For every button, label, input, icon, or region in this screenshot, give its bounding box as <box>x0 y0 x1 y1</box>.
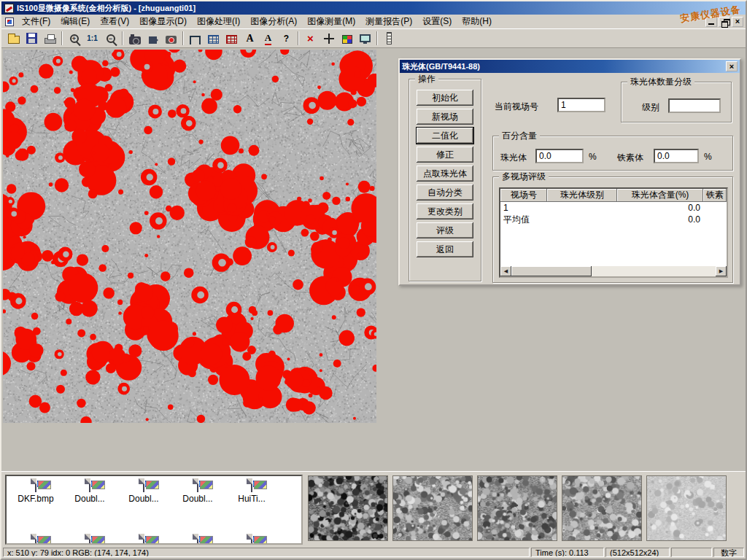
restore-icon[interactable] <box>719 17 730 27</box>
close-icon[interactable]: × <box>732 17 743 27</box>
file-item-partial[interactable]: BMP <box>171 534 224 545</box>
cell-level <box>547 202 617 214</box>
file-item-doubl-1[interactable]: BMP Doubl... <box>63 479 116 504</box>
file-item-doubl-3[interactable]: BMP Doubl... <box>171 479 224 504</box>
menu-file[interactable]: 文件(F) <box>17 14 55 29</box>
grading-group: 珠光体数量分级 级别 <box>621 82 732 122</box>
menu-help[interactable]: 帮助(H) <box>457 14 497 29</box>
current-field-label: 当前视场号 <box>495 101 538 113</box>
menu-image-display[interactable]: 图像显示(D) <box>134 14 192 29</box>
monitor-button[interactable] <box>356 30 374 47</box>
binarize-button[interactable]: 二值化 <box>417 128 473 144</box>
current-field-input[interactable] <box>557 98 605 112</box>
change-class-button[interactable]: 更改类别 <box>417 203 473 219</box>
actual-size-button[interactable]: 1:1 <box>83 30 101 47</box>
ruler-icon <box>387 32 392 44</box>
menu-report[interactable]: 测量报告(P) <box>360 14 417 29</box>
pick-pearlite-button[interactable]: 点取珠光体 <box>417 166 473 182</box>
file-item-partial[interactable]: BMP <box>63 534 116 545</box>
grading-group-label: 珠光体数量分级 <box>627 77 694 87</box>
operation-group: 操作 初始化 新视场 二值化 修正 点取珠光体 自动分类 更改类别 评级 返回 <box>409 79 481 281</box>
scrollbar-track[interactable] <box>592 266 716 276</box>
file-item-dkf[interactable]: BMP DKF.bmp <box>9 479 62 504</box>
minimize-icon[interactable] <box>705 17 717 27</box>
file-item-huiti[interactable]: BMP HuiTi... <box>225 479 278 504</box>
palette-button[interactable] <box>338 30 356 47</box>
scroll-left-icon[interactable]: ◀ <box>500 266 511 276</box>
menu-image-process[interactable]: 图像处理(I) <box>192 14 245 29</box>
text-tool-button[interactable]: A <box>241 30 259 47</box>
toolbar-separator <box>61 31 63 45</box>
status-bar: x: 510 y: 79 idx: 0 RGB: (174, 174, 174)… <box>1 547 746 559</box>
ferrite-label: 铁素体 <box>617 152 643 164</box>
file-item-partial[interactable]: BMP <box>225 534 278 545</box>
delete-icon: × <box>307 32 314 44</box>
metallographic-image[interactable] <box>3 50 376 423</box>
thumbnail-3[interactable] <box>477 475 557 541</box>
thumbnail-2[interactable] <box>392 475 473 541</box>
thumbnail-5[interactable] <box>646 475 727 541</box>
help-button[interactable]: ? <box>277 30 295 47</box>
menu-edit[interactable]: 编辑(E) <box>55 14 95 29</box>
file-list: BMP DKF.bmp BMP Doubl... BMP Doubl... BM… <box>5 475 303 545</box>
menu-image-measure[interactable]: 图像测量(M) <box>302 14 360 29</box>
thumbnail-1[interactable] <box>308 475 388 541</box>
scrollbar-thumb[interactable] <box>511 266 592 276</box>
auto-classify-button[interactable]: 自动分类 <box>417 184 473 201</box>
cell-level <box>547 214 617 225</box>
open-icon <box>8 36 20 44</box>
red-grid-button[interactable] <box>222 30 241 47</box>
document-icon[interactable] <box>5 18 14 26</box>
correct-button[interactable]: 修正 <box>417 147 473 163</box>
video-button[interactable] <box>144 30 162 47</box>
grid-button[interactable] <box>204 30 222 47</box>
level-input[interactable] <box>668 98 721 113</box>
pearlite-input[interactable] <box>535 149 584 163</box>
delete-button[interactable]: × <box>301 30 320 47</box>
dialog-close-icon[interactable]: × <box>726 61 738 71</box>
save-icon <box>26 33 37 44</box>
menu-image-analysis[interactable]: 图像分析(A) <box>245 14 302 29</box>
file-label: Doubl... <box>171 494 224 504</box>
zoom-out-button[interactable]: − <box>101 30 120 47</box>
menu-view[interactable]: 查看(V) <box>95 14 134 29</box>
header-pearlite-content[interactable]: 珠光体含量(%) <box>617 189 703 202</box>
menu-settings[interactable]: 设置(S) <box>417 14 457 29</box>
header-ferrite[interactable]: 铁素 <box>703 189 727 202</box>
mdi-window-controls: × <box>705 17 746 27</box>
crosshair-button[interactable] <box>320 30 338 47</box>
new-field-button[interactable]: 新视场 <box>417 109 473 125</box>
annotate-button[interactable]: A <box>259 30 277 47</box>
zoom-out-icon: − <box>107 34 115 43</box>
menu-bar: 文件(F) 编辑(E) 查看(V) 图像显示(D) 图像处理(I) 图像分析(A… <box>1 15 746 29</box>
camera-button[interactable] <box>125 30 144 47</box>
init-button[interactable]: 初始化 <box>417 90 473 106</box>
dialog-title-bar[interactable]: 珠光体(GB/T9441-88) × <box>400 60 740 73</box>
horizontal-scrollbar[interactable]: ◀ ▶ <box>500 266 727 276</box>
table-row[interactable]: 1 0.0 <box>500 202 727 214</box>
bmp-file-icon: BMP <box>143 534 144 545</box>
status-time: Time (s): 0.113 <box>531 548 604 557</box>
ruler-button[interactable] <box>380 30 398 47</box>
header-pearlite-level[interactable]: 珠光体级别 <box>547 189 617 202</box>
zoom-in-button[interactable]: + <box>65 30 83 47</box>
rate-button[interactable]: 评级 <box>417 222 473 238</box>
file-item-doubl-2[interactable]: BMP Doubl... <box>117 479 170 504</box>
file-item-partial[interactable]: BMP <box>9 534 62 545</box>
print-button[interactable] <box>41 30 59 47</box>
file-item-partial[interactable]: BMP <box>117 534 170 545</box>
save-button[interactable] <box>23 30 41 47</box>
return-button[interactable]: 返回 <box>417 241 473 257</box>
pearlite-label: 珠光体 <box>500 152 527 164</box>
title-bar: IS100显微摄像系统(金相分析版) - [zhuguangti01] <box>1 1 746 15</box>
percent-group-label: 百分含量 <box>499 131 540 141</box>
ferrite-input[interactable] <box>654 149 699 163</box>
scroll-right-icon[interactable]: ▶ <box>716 266 727 276</box>
open-button[interactable] <box>4 30 23 47</box>
text-icon: A <box>246 33 253 44</box>
thumbnail-4[interactable] <box>562 475 642 541</box>
table-row[interactable]: 平均值 0.0 <box>500 214 727 225</box>
caliper-button[interactable] <box>186 30 204 47</box>
header-field-number[interactable]: 视场号 <box>500 189 547 202</box>
snapshot-button[interactable] <box>162 30 180 47</box>
